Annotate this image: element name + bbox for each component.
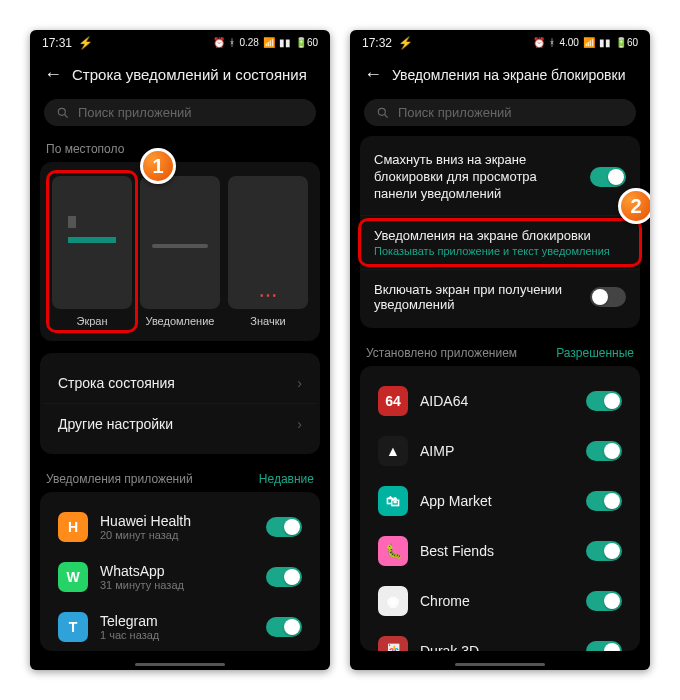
app-sub: 1 час назад [100, 629, 254, 641]
toggle[interactable] [586, 591, 622, 611]
app-name: Best Fiends [420, 543, 574, 559]
back-button[interactable]: ← [364, 64, 380, 85]
app-row[interactable]: ◉Chrome [364, 576, 636, 626]
chevron-right-icon: › [297, 375, 302, 391]
toggle[interactable] [586, 541, 622, 561]
tile-notif-preview [140, 176, 220, 309]
tile-icons[interactable]: Значки [228, 176, 308, 327]
svg-point-0 [58, 108, 65, 115]
tile-label: Уведомление [140, 315, 220, 327]
battery-icon: 🔋60 [615, 38, 638, 48]
row-other-settings[interactable]: Другие настройки › [44, 403, 316, 444]
app-row[interactable]: TTelegram1 час назад [44, 602, 316, 651]
speed: 4.00 [559, 38, 578, 48]
app-sub: 20 минут назад [100, 529, 254, 541]
svg-line-1 [65, 114, 68, 117]
apps-list: HHuawei Health20 минут назадWWhatsApp31 … [40, 492, 320, 651]
toggle[interactable] [266, 617, 302, 637]
tile-label: Экран [52, 315, 132, 327]
toggle[interactable] [590, 287, 626, 307]
page-title: Уведомления на экране блокировки [392, 67, 636, 83]
app-icon: 🃏 [378, 636, 408, 651]
svg-point-2 [378, 108, 385, 115]
search-icon [56, 106, 70, 120]
toggle[interactable] [590, 167, 626, 187]
status-bar: 17:31 ⚡ ⏰ ᚼ 0.28 📶 ▮▮ 🔋60 [30, 30, 330, 56]
app-name: AIMP [420, 443, 574, 459]
app-name: Durak 3D [420, 643, 574, 651]
home-indicator[interactable] [135, 663, 225, 666]
app-row[interactable]: 🐛Best Fiends [364, 526, 636, 576]
status-right: ⏰ ᚼ 4.00 📶 ▮▮ 🔋60 [533, 38, 638, 48]
back-button[interactable]: ← [44, 64, 60, 85]
clock: 17:32 [362, 36, 392, 50]
tiles-card: Экран Уведомление Значки 1 [40, 162, 320, 341]
app-icon: 🐛 [378, 536, 408, 566]
app-icon: 🛍 [378, 486, 408, 516]
clock: 17:31 [42, 36, 72, 50]
app-icon: 64 [378, 386, 408, 416]
home-indicator[interactable] [455, 663, 545, 666]
options-card: Строка состояния › Другие настройки › [40, 353, 320, 454]
phone-left: 17:31 ⚡ ⏰ ᚼ 0.28 📶 ▮▮ 🔋60 ← Строка уведо… [30, 30, 330, 670]
app-icon: ◉ [378, 586, 408, 616]
search-input[interactable]: Поиск приложений [44, 99, 316, 126]
search-placeholder: Поиск приложений [398, 105, 512, 120]
bolt-icon: ⚡ [78, 36, 93, 50]
app-row[interactable]: 🃏Durak 3D [364, 626, 636, 651]
app-name: AIDA64 [420, 393, 574, 409]
page-title: Строка уведомлений и состояния [72, 66, 316, 83]
toggle[interactable] [586, 641, 622, 651]
phone-right: 17:32 ⚡ ⏰ ᚼ 4.00 📶 ▮▮ 🔋60 ← Уведомления … [350, 30, 650, 670]
signal-icon: ▮▮ [279, 38, 291, 48]
apps-filter[interactable]: Разрешенные [556, 346, 634, 360]
toggle[interactable] [266, 517, 302, 537]
row-lockscreen-notif[interactable]: Уведомления на экране блокировки Показыв… [360, 215, 640, 269]
header: ← Строка уведомлений и состояния [30, 56, 330, 95]
app-sub: 31 минуту назад [100, 579, 254, 591]
battery-icon: 🔋60 [295, 38, 318, 48]
apps-list: 64AIDA64▲AIMP🛍App Market🐛Best Fiends◉Chr… [360, 366, 640, 651]
header: ← Уведомления на экране блокировки [350, 56, 650, 95]
search-input[interactable]: Поиск приложений [364, 99, 636, 126]
app-icon: ▲ [378, 436, 408, 466]
tile-notification[interactable]: Уведомление [140, 176, 220, 327]
app-row[interactable]: HHuawei Health20 минут назад [44, 502, 316, 552]
app-row[interactable]: 🛍App Market [364, 476, 636, 526]
wifi-icon: 📶 [583, 38, 595, 48]
badge-2: 2 [618, 188, 650, 224]
signal-icon: ▮▮ [599, 38, 611, 48]
tile-label: Значки [228, 315, 308, 327]
apps-header: Установлено приложением Разрешенные [350, 340, 650, 366]
status-right: ⏰ ᚼ 0.28 📶 ▮▮ 🔋60 [213, 38, 318, 48]
app-name: Huawei Health [100, 513, 254, 529]
row-wake-screen[interactable]: Включать экран при получении уведомлений [360, 269, 640, 324]
app-row[interactable]: WWhatsApp31 минуту назад [44, 552, 316, 602]
apps-header: Уведомления приложений Недавние [30, 466, 330, 492]
app-icon: W [58, 562, 88, 592]
app-name: App Market [420, 493, 574, 509]
chevron-right-icon: › [297, 416, 302, 432]
bt-icon: ᚼ [229, 38, 235, 48]
toggle[interactable] [586, 491, 622, 511]
toggle[interactable] [586, 391, 622, 411]
app-row[interactable]: ▲AIMP [364, 426, 636, 476]
wifi-icon: 📶 [263, 38, 275, 48]
apps-filter[interactable]: Недавние [259, 472, 314, 486]
tile-screen-preview [52, 176, 132, 309]
status-bar: 17:32 ⚡ ⏰ ᚼ 4.00 📶 ▮▮ 🔋60 [350, 30, 650, 56]
toggle[interactable] [266, 567, 302, 587]
app-name: Telegram [100, 613, 254, 629]
search-placeholder: Поиск приложений [78, 105, 192, 120]
alarm-icon: ⏰ [533, 38, 545, 48]
section-location: По местополо [30, 136, 330, 162]
toggle[interactable] [586, 441, 622, 461]
tile-screen[interactable]: Экран [52, 176, 132, 327]
row-swipe-down[interactable]: Смахнуть вниз на экране блокировки для п… [360, 140, 640, 215]
app-row[interactable]: 64AIDA64 [364, 376, 636, 426]
speed: 0.28 [239, 38, 258, 48]
row-status-bar[interactable]: Строка состояния › [44, 363, 316, 403]
app-name: WhatsApp [100, 563, 254, 579]
options-card: Смахнуть вниз на экране блокировки для п… [360, 136, 640, 328]
badge-1: 1 [140, 148, 176, 184]
